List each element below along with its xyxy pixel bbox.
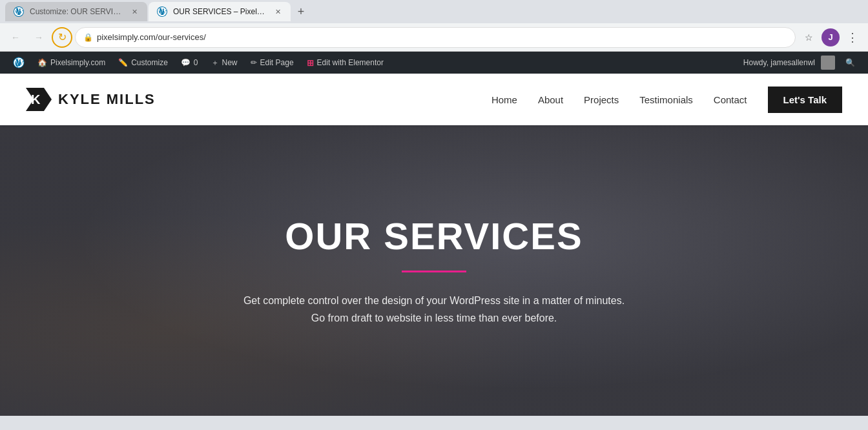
address-text: pixelsimply.com/our-services/ <box>97 32 787 42</box>
wp-admin-bar: 🏠 Pixelsimply.com ✏️ Customize 💬 0 ＋ New… <box>0 52 868 74</box>
forward-button[interactable]: → <box>28 27 49 48</box>
browser-chrome: Customize: OUR SERVICES – Pixe... ✕ OUR … <box>0 0 868 52</box>
nav-home[interactable]: Home <box>491 94 517 105</box>
profile-button[interactable]: J <box>822 28 840 46</box>
logo-icon: K <box>26 88 52 111</box>
wp-comments-item[interactable]: 💬 0 <box>176 52 203 74</box>
wp-howdy-item[interactable]: Howdy, jamesallenwl <box>738 52 840 74</box>
hero-description: Get complete control over the design of … <box>240 292 628 327</box>
tab-2-title: OUR SERVICES – Pixelsimply.com <box>173 7 267 16</box>
edit-page-icon: ✏ <box>251 58 257 67</box>
wp-customize-item[interactable]: ✏️ Customize <box>113 52 173 74</box>
home-icon: 🏠 <box>37 58 47 67</box>
comment-icon: 💬 <box>181 58 191 67</box>
admin-bar-right: Howdy, jamesallenwl 🔍 <box>738 52 860 74</box>
address-bar-area: ← → ↻ 🔒 pixelsimply.com/our-services/ ☆ … <box>0 23 868 52</box>
nav-contact[interactable]: Contact <box>714 94 747 105</box>
wp-search-item[interactable]: 🔍 <box>840 52 860 74</box>
wp-elementor-label: Edit with Elementor <box>317 58 384 67</box>
hero-title: OUR SERVICES <box>240 214 628 258</box>
reload-button[interactable]: ↻ <box>52 27 72 48</box>
hero-divider <box>402 271 466 272</box>
wp-customize-label: Customize <box>131 58 168 67</box>
nav-testimonials[interactable]: Testimonials <box>639 94 693 105</box>
tab-1-close[interactable]: ✕ <box>129 6 140 17</box>
lets-talk-button[interactable]: Let's Talk <box>768 87 842 113</box>
wp-site-name-item[interactable]: 🏠 Pixelsimply.com <box>32 52 110 74</box>
wp-logo-icon <box>13 57 25 68</box>
customize-icon: ✏️ <box>118 58 128 67</box>
site-logo[interactable]: K KYLE MILLS <box>26 88 156 111</box>
wp-logo-item[interactable] <box>8 52 30 74</box>
user-avatar <box>821 56 835 70</box>
wp-comments-label: 0 <box>194 58 198 67</box>
lock-icon: 🔒 <box>83 33 93 42</box>
address-bar[interactable]: 🔒 pixelsimply.com/our-services/ <box>75 27 796 48</box>
wp-edit-page-item[interactable]: ✏ Edit Page <box>245 52 299 74</box>
hero-content: OUR SERVICES Get complete control over t… <box>227 214 641 327</box>
bookmark-button[interactable]: ☆ <box>798 27 819 48</box>
tab-1-title: Customize: OUR SERVICES – Pixe... <box>30 7 124 16</box>
wp-elementor-item[interactable]: ⊞ Edit with Elementor <box>302 52 389 74</box>
tab-2-close[interactable]: ✕ <box>273 6 283 17</box>
browser-menu-button[interactable]: ⋮ <box>842 27 863 48</box>
wp-site-name-label: Pixelsimply.com <box>50 58 105 67</box>
new-tab-button[interactable]: + <box>292 3 310 21</box>
tab-bar: Customize: OUR SERVICES – Pixe... ✕ OUR … <box>0 0 868 23</box>
svg-text:K: K <box>31 92 41 107</box>
nav-about[interactable]: About <box>538 94 563 105</box>
search-icon: 🔍 <box>845 58 855 67</box>
elementor-icon: ⊞ <box>307 58 314 68</box>
site-nav: Home About Projects Testimonials Contact… <box>491 87 842 113</box>
logo-text: KYLE MILLS <box>58 91 156 108</box>
tab-favicon-2 <box>156 6 168 17</box>
wp-new-item[interactable]: ＋ New <box>206 52 243 74</box>
wp-new-label: New <box>222 58 238 67</box>
site-header: K KYLE MILLS Home About Projects Testimo… <box>0 74 868 125</box>
hero-section: OUR SERVICES Get complete control over t… <box>0 125 868 416</box>
nav-projects[interactable]: Projects <box>584 94 619 105</box>
tab-2[interactable]: OUR SERVICES – Pixelsimply.com ✕ <box>149 2 291 21</box>
back-button[interactable]: ← <box>5 27 26 48</box>
tab-1[interactable]: Customize: OUR SERVICES – Pixe... ✕ <box>5 2 147 21</box>
howdy-text: Howdy, jamesallenwl <box>743 58 815 67</box>
tab-favicon-1 <box>13 6 25 17</box>
new-plus-icon: ＋ <box>211 57 219 68</box>
wp-edit-page-label: Edit Page <box>260 58 294 67</box>
